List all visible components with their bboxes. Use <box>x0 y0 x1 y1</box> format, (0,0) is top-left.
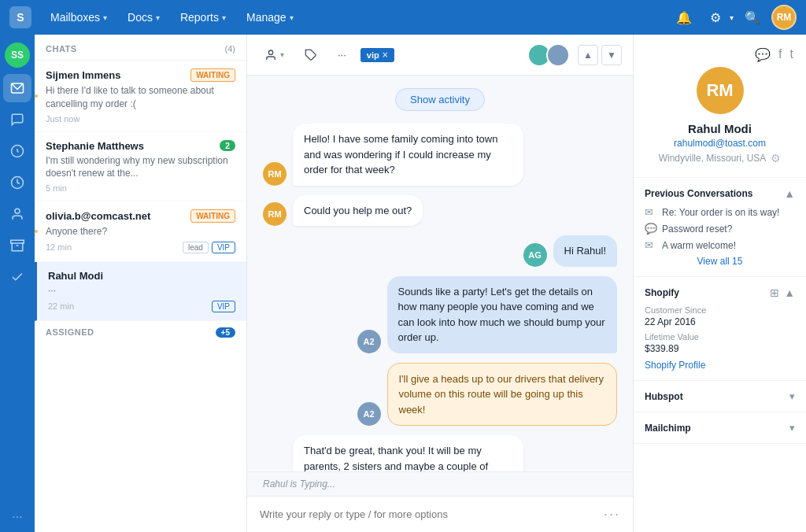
chats-panel: CHATS (4) Sijmen Immens WAITING Hi there… <box>35 35 247 532</box>
more-options-button[interactable]: ··· <box>331 46 353 64</box>
top-navigation: S Mailboxes ▾ Docs ▾ Reports ▾ Manage ▾ … <box>0 0 806 35</box>
chat-item-name: olivia.b@comcast.net <box>46 210 150 222</box>
message-bubble-warning: I'll give a heads up to our drivers that… <box>387 363 618 427</box>
sidebar-avatar[interactable]: SS <box>5 42 30 68</box>
chat-item-stephanie[interactable]: Stephanie Matthews 2 I'm still wondering… <box>35 132 246 202</box>
chats-count: (4) <box>225 44 235 54</box>
label-button[interactable] <box>298 46 324 65</box>
chat-item-rahul[interactable]: Rahul Modi ··· 22 min VIP <box>35 262 246 321</box>
sidebar-item-chat[interactable] <box>3 105 31 134</box>
contact-location: Windyville, Missouri, USA <box>659 153 767 164</box>
message-bubble: Could you help me out? <box>293 195 423 227</box>
contact-profile-header: 💬 f t RM Rahul Modi rahulmodi@toast.com … <box>634 35 806 178</box>
contact-email[interactable]: rahulmodi@toast.com <box>646 138 793 149</box>
notification-bell-button[interactable]: 🔔 <box>671 5 697 30</box>
chat-item-time: 12 min <box>46 242 72 252</box>
search-button[interactable]: 🔍 <box>740 5 765 30</box>
unread-count-badge: 2 <box>220 140 235 151</box>
chat-icon[interactable]: 💬 <box>755 47 771 62</box>
unread-indicator <box>35 94 38 98</box>
chat-icon: 💬 <box>645 223 657 235</box>
participant-avatar-2 <box>546 43 570 67</box>
location-settings-icon[interactable]: ⚙ <box>771 152 781 164</box>
remove-vip-tag-button[interactable]: × <box>383 50 388 61</box>
lifetime-value: $339.89 <box>645 343 795 354</box>
sidebar-item-inbox[interactable] <box>3 74 31 102</box>
previous-conversations-section: Previous Conversations ▲ ✉ Re: Your orde… <box>634 178 806 277</box>
unread-indicator <box>35 230 38 233</box>
assign-button[interactable]: ▾ <box>258 46 290 65</box>
chat-item-preview: I'm still wondering why my new subscript… <box>46 154 235 181</box>
chat-main: ▾ ··· vip × ▲ ▼ Show activity <box>247 35 633 532</box>
twitter-icon[interactable]: t <box>790 47 793 62</box>
user-avatar[interactable]: RM <box>771 5 797 30</box>
chat-item-olivia[interactable]: olivia.b@comcast.net WAITING Anyone ther… <box>35 201 246 262</box>
show-activity-button[interactable]: Show activity <box>395 88 485 111</box>
sidebar-item-history[interactable] <box>3 168 31 197</box>
conversation-item[interactable]: 💬 Password reset? <box>645 223 795 235</box>
view-all-conversations-link[interactable]: View all 15 <box>645 256 795 267</box>
nav-manage[interactable]: Manage ▾ <box>238 8 301 27</box>
settings-button[interactable]: ⚙ ▾ <box>703 5 734 30</box>
nav-arrows: ▲ ▼ <box>578 45 622 65</box>
assigned-badge: +5 <box>216 327 235 338</box>
chat-item-preview: Anyone there? <box>46 225 235 238</box>
facebook-icon[interactable]: f <box>778 47 782 62</box>
chat-toolbar: ▾ ··· vip × ▲ ▼ <box>247 35 633 76</box>
vip-filter-tag[interactable]: vip × <box>360 48 394 62</box>
chat-item-name: Sijmen Immens <box>46 69 120 81</box>
chats-section-title: CHATS <box>46 44 77 54</box>
shopify-collapse-button[interactable]: ▲ <box>784 286 795 299</box>
prev-chat-button[interactable]: ▲ <box>578 45 598 65</box>
svg-rect-4 <box>11 240 24 243</box>
chat-item-name: Stephanie Matthews <box>46 140 144 152</box>
svg-point-3 <box>15 209 20 213</box>
next-chat-button[interactable]: ▼ <box>601 45 622 65</box>
conversation-item[interactable]: ✉ Re: Your order is on its way! <box>645 206 795 218</box>
contact-avatar: RM <box>697 67 744 114</box>
chat-item-sijmen[interactable]: Sijmen Immens WAITING Hi there I'd like … <box>35 61 246 132</box>
mailchimp-title: Mailchimp <box>645 423 691 434</box>
shopify-profile-link[interactable]: Shopify Profile <box>645 360 705 371</box>
chevron-down-icon: ▾ <box>789 422 795 434</box>
section-title: Previous Conversations <box>645 188 752 199</box>
chevron-down-icon: ▾ <box>730 13 734 22</box>
sidebar-item-archive[interactable] <box>3 231 31 260</box>
message-bubble: Sounds like a party! Let's get the detai… <box>387 276 618 353</box>
reply-box: ··· <box>247 496 633 532</box>
sidebar-more-button[interactable]: ··· <box>12 510 22 524</box>
email-icon: ✉ <box>645 239 657 251</box>
tag-vip: VIP <box>212 242 235 253</box>
chevron-down-icon: ▾ <box>222 13 226 22</box>
sidebar-item-tasks[interactable] <box>3 263 31 291</box>
mailchimp-section[interactable]: Mailchimp ▾ <box>634 412 806 444</box>
message-row: Hi Rahul! AG <box>263 235 617 267</box>
assigned-section-header: ASSIGNED +5 <box>35 321 246 341</box>
chat-item-time: 5 min <box>46 183 235 193</box>
main-layout: SS ··· CHATS (4) <box>0 35 806 532</box>
agent-avatar: A2 <box>357 330 381 353</box>
typing-indicator: Rahul is Typing... <box>247 471 633 496</box>
sidebar-item-contacts[interactable] <box>3 200 31 228</box>
chats-list: Sijmen Immens WAITING Hi there I'd like … <box>35 61 246 532</box>
customer-since-label: Customer Since <box>645 305 795 315</box>
chevron-down-icon: ▾ <box>156 13 160 22</box>
topnav-icons: 🔔 ⚙ ▾ 🔍 RM <box>671 5 797 30</box>
message-row: Sounds like a party! Let's get the detai… <box>263 276 617 353</box>
chevron-down-icon: ▾ <box>103 13 107 22</box>
reply-more-button[interactable]: ··· <box>604 506 620 523</box>
app-logo[interactable]: S <box>9 6 31 28</box>
chat-item-time: Just now <box>46 114 235 124</box>
conversation-item[interactable]: ✉ A warm welcome! <box>645 239 795 251</box>
reply-input[interactable] <box>260 508 596 520</box>
message-row: RM That'd be great, thank you! It will b… <box>263 435 617 471</box>
nav-docs[interactable]: Docs ▾ <box>120 8 168 27</box>
hubspot-section[interactable]: Hubspot ▾ <box>634 381 806 412</box>
agent-avatar: AG <box>523 243 547 267</box>
nav-reports[interactable]: Reports ▾ <box>172 8 234 27</box>
chat-item-preview: Hi there I'd like to talk to someone abo… <box>46 84 235 111</box>
sidebar-item-email[interactable] <box>3 137 31 165</box>
collapse-conversations-button[interactable]: ▲ <box>784 187 795 200</box>
nav-mailboxes[interactable]: Mailboxes ▾ <box>43 8 115 27</box>
shopify-grid-icon[interactable]: ⊞ <box>770 286 779 299</box>
